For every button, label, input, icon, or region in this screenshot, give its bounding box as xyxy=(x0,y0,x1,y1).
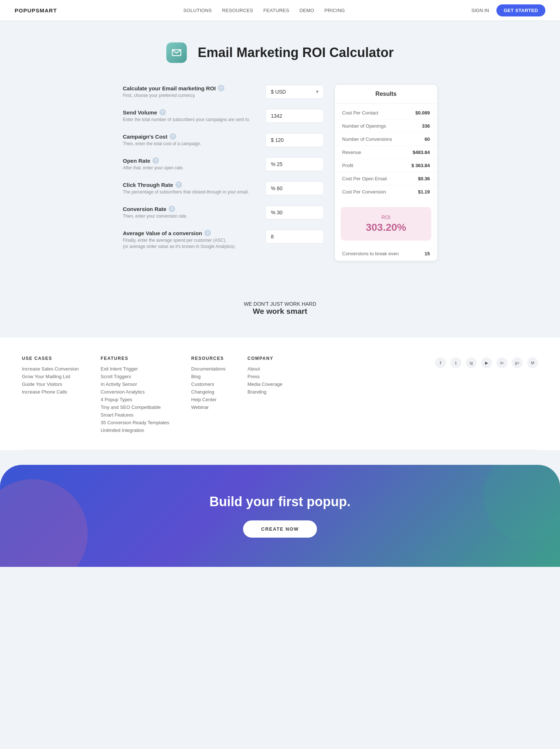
result-cost-per-open: Cost Per Open Email $0.36 xyxy=(335,172,437,185)
signin-button[interactable]: SIGN IN xyxy=(472,8,489,13)
linkedin-icon[interactable]: in xyxy=(496,357,507,368)
results-rows: Cost Per Contact $0.089 Number of Openin… xyxy=(335,103,437,201)
avg-value-row: Average Value of a conversion ? Finally,… xyxy=(123,230,324,250)
footer-link-exit-intent[interactable]: Exit Intent Trigger xyxy=(101,366,169,372)
footer-company-heading: COMPANY xyxy=(247,356,282,361)
nav-pricing[interactable]: PRICING xyxy=(324,8,345,13)
footer-link-popup-types[interactable]: 4 Popup Types xyxy=(101,397,169,402)
click-through-input-wrap xyxy=(265,181,324,195)
footer-link-guide-visitors[interactable]: Guide Your Visitors xyxy=(22,381,79,387)
currency-select[interactable]: $ USD € EUR £ GBP xyxy=(265,85,324,99)
footer-resources-heading: RESOURCES xyxy=(191,356,226,361)
footer-link-activity-sensor[interactable]: In Activity Sensor xyxy=(101,381,169,387)
navbar: POPUPSMART SOLUTIONS RESOURCES FEATURES … xyxy=(0,0,560,20)
footer-link-scroll-triggers[interactable]: Scroll Triggers xyxy=(101,374,169,379)
result-number-of-openings: Number of Openings 336 xyxy=(335,120,437,133)
footer-link-blog[interactable]: Blog xyxy=(191,374,226,379)
footer-link-press[interactable]: Press xyxy=(247,374,282,379)
open-rate-help-icon[interactable]: ? xyxy=(152,157,159,164)
calc-inputs: Calculate your Email marketing ROI ? Fir… xyxy=(123,85,324,260)
footer-link-increase-phone[interactable]: Increase Phone Calls xyxy=(22,389,79,395)
footer-link-smart-features[interactable]: Smart Features xyxy=(101,412,169,418)
hero-section: Email Marketing ROI Calculator xyxy=(0,20,560,78)
nav-resources[interactable]: RESOURCES xyxy=(222,8,253,13)
send-volume-input[interactable] xyxy=(265,109,324,123)
footer-use-cases: USE CASES Increase Sales Conversion Grow… xyxy=(22,356,79,435)
footer-top: USE CASES Increase Sales Conversion Grow… xyxy=(22,356,538,450)
twitter-icon[interactable]: t xyxy=(450,357,461,368)
logo[interactable]: POPUPSMART xyxy=(15,7,57,14)
roi-value: 303.20% xyxy=(348,222,424,233)
footer-link-conversion-analytics[interactable]: Conversion Analytics xyxy=(101,389,169,395)
nav-features[interactable]: FEATURES xyxy=(264,8,290,13)
currency-row: Calculate your Email marketing ROI ? Fir… xyxy=(123,85,324,99)
get-started-button[interactable]: GET STARTED xyxy=(496,4,545,16)
instagram-icon[interactable]: ig xyxy=(466,357,477,368)
conversion-rate-help-icon[interactable]: ? xyxy=(169,206,175,212)
gplus-icon[interactable]: g+ xyxy=(512,357,523,368)
footer-resources: RESOURCES Documentations Blog Customers … xyxy=(191,356,226,435)
click-through-input[interactable] xyxy=(265,181,324,195)
conversion-rate-input-wrap xyxy=(265,206,324,219)
footer-use-cases-heading: USE CASES xyxy=(22,356,79,361)
footer-link-grow-mailing[interactable]: Grow Your Mailling List xyxy=(22,374,79,379)
smart-subtitle: WE DON'T JUST WORK HARD xyxy=(7,301,553,307)
nav-solutions[interactable]: SOLUTIONS xyxy=(183,8,212,13)
footer-link-unlimited-integration[interactable]: Unlimited Integration xyxy=(101,428,169,433)
send-volume-help-icon[interactable]: ? xyxy=(159,109,166,116)
page-title: Email Marketing ROI Calculator xyxy=(198,45,394,60)
footer-link-customers[interactable]: Customers xyxy=(191,381,226,387)
facebook-icon[interactable]: f xyxy=(435,357,446,368)
avg-value-label: Average Value of a conversion ? Finally,… xyxy=(123,230,258,250)
footer-link-webinar[interactable]: Webinar xyxy=(191,404,226,410)
smart-title: We work smart xyxy=(7,307,553,316)
footer-link-branding[interactable]: Branding xyxy=(247,389,282,395)
footer-link-increase-sales[interactable]: Increase Sales Conversion xyxy=(22,366,79,372)
calculator-section: Calculate your Email marketing ROI ? Fir… xyxy=(116,78,444,283)
results-header: Results xyxy=(335,85,437,103)
smart-section: WE DON'T JUST WORK HARD We work smart xyxy=(0,283,560,338)
open-rate-label: Open Rate ? After that, enter your open … xyxy=(123,157,258,171)
cta-title: Build your first popup. xyxy=(7,494,553,509)
medium-icon[interactable]: M xyxy=(527,357,538,368)
send-volume-row: Send Volume ? Enter the total number of … xyxy=(123,109,324,123)
create-now-button[interactable]: CREATE NOW xyxy=(243,520,317,538)
campaign-cost-help-icon[interactable]: ? xyxy=(170,133,176,140)
footer: USE CASES Increase Sales Conversion Grow… xyxy=(0,338,560,450)
conversion-rate-row: Conversion Rate ? Then, enter your conve… xyxy=(123,206,324,219)
footer-link-media[interactable]: Media Coverage xyxy=(247,381,282,387)
open-rate-row: Open Rate ? After that, enter your open … xyxy=(123,157,324,171)
roi-block: ROI 303.20% xyxy=(341,207,431,241)
hero-icon xyxy=(166,42,187,63)
avg-value-help-icon[interactable]: ? xyxy=(204,230,211,236)
result-cost-per-contact: Cost Per Contact $0.089 xyxy=(335,106,437,120)
send-volume-input-wrap xyxy=(265,109,324,123)
result-profit: Profit $ 363.84 xyxy=(335,159,437,172)
footer-features: FEATURES Exit Intent Trigger Scroll Trig… xyxy=(101,356,169,435)
break-even-label: Conversions to break even xyxy=(342,251,399,256)
avg-value-input[interactable] xyxy=(265,230,324,244)
open-rate-input[interactable] xyxy=(265,157,324,171)
footer-company: COMPANY About Press Media Coverage Brand… xyxy=(247,356,282,435)
campaign-cost-input[interactable] xyxy=(265,133,324,147)
avg-value-input-wrap xyxy=(265,230,324,244)
click-through-help-icon[interactable]: ? xyxy=(175,181,182,188)
result-number-of-conversions: Number of Conversions 60 xyxy=(335,133,437,146)
footer-link-docs[interactable]: Documentations xyxy=(191,366,226,372)
campaign-cost-label: Campaign's Cost ? Then, enter the total … xyxy=(123,133,258,147)
footer-link-seo-competibable[interactable]: Tiny and SEO Competibable xyxy=(101,404,169,410)
footer-link-about[interactable]: About xyxy=(247,366,282,372)
nav-demo[interactable]: DEMO xyxy=(299,8,314,13)
youtube-icon[interactable]: ▶ xyxy=(481,357,492,368)
roi-label: ROI xyxy=(348,214,424,220)
cta-section: Build your first popup. CREATE NOW xyxy=(0,465,560,567)
footer-link-35-templates[interactable]: 35 Conversion Ready Templates xyxy=(101,420,169,425)
avg-value-sublabel: Finally, enter the average spend per cus… xyxy=(123,237,258,250)
footer-link-changelog[interactable]: Changelog xyxy=(191,389,226,395)
campaign-cost-row: Campaign's Cost ? Then, enter the total … xyxy=(123,133,324,147)
footer-link-help[interactable]: Help Center xyxy=(191,397,226,402)
results-panel: Results Cost Per Contact $0.089 Number o… xyxy=(335,85,437,261)
break-even-row: Conversions to break even 15 xyxy=(335,246,437,261)
conversion-rate-input[interactable] xyxy=(265,206,324,219)
currency-help-icon[interactable]: ? xyxy=(218,85,224,91)
